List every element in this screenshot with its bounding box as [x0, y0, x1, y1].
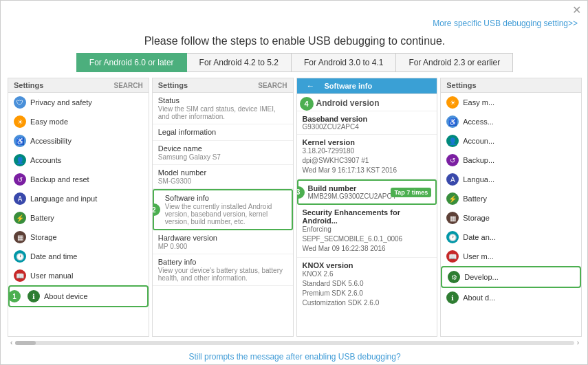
p4-battery-icon: ⚡	[446, 192, 459, 205]
accessibility-label: Accessibility	[30, 137, 72, 145]
android-version-label: Android version	[316, 98, 380, 108]
p4-storage-icon: ▦	[446, 212, 459, 224]
baseband-value: G9300ZCU2APC4	[303, 123, 432, 131]
status-desc: View the SIM card status, device IMEI, a…	[158, 105, 287, 120]
p4-easymode-icon: ☀	[446, 96, 459, 109]
p4-dev-label: Develop...	[464, 273, 499, 281]
backup-label: Backup and reset	[30, 175, 89, 184]
info-devicename[interactable]: Device name Samsung Galaxy S7	[153, 141, 293, 165]
privacy-icon: 🛡	[14, 96, 26, 109]
info-status[interactable]: Status View the SIM card status, device …	[153, 93, 293, 124]
info-softwareinfo[interactable]: 2 Software info View the currently insta…	[153, 189, 293, 230]
battery-icon: ⚡	[14, 212, 26, 224]
panel2-search[interactable]: SEARCH	[258, 82, 287, 89]
security-value: EnforcingSEPF_SECMOBILE_6.0.1_0006Wed Ma…	[303, 225, 432, 254]
language-label: Language and input	[30, 195, 97, 203]
info-modelnumber[interactable]: Model number SM-G9300	[153, 165, 293, 189]
more-specific-link[interactable]: More specific USB debugging setting>>	[433, 19, 578, 28]
knox-value: KNOX 2.6Standard SDK 5.6.0Premium SDK 2.…	[303, 269, 432, 308]
title-bar: ✕	[1, 1, 588, 17]
softwareinfo-title: Software info	[160, 194, 286, 202]
security-row: Security Enhancements for Android... Enf…	[297, 205, 437, 258]
battery-label: Battery	[30, 214, 54, 222]
panel4-developer[interactable]: ⚙ Develop...	[441, 266, 581, 288]
panel4-accounts[interactable]: 👤 Accoun...	[441, 131, 581, 151]
panel1-search[interactable]: SEARCH	[114, 82, 143, 89]
close-button[interactable]: ✕	[571, 5, 582, 16]
menu-item-privacy[interactable]: 🛡 Privacy and safety	[8, 93, 149, 112]
kernel-value: 3.18.20-7299180dpi@SWKHC3907 #1Wed Mar 9…	[303, 146, 432, 175]
panel4-language[interactable]: A Langua...	[441, 170, 581, 189]
menu-item-accessibility[interactable]: ♿ Accessibility	[8, 131, 149, 151]
p4-manual-label: User m...	[463, 252, 494, 261]
tab-android-23[interactable]: For Android 2.3 or earlier	[396, 53, 513, 72]
p4-accounts-icon: 👤	[446, 135, 459, 147]
scroll-track[interactable]	[15, 341, 574, 345]
easymode-label: Easy mode	[30, 118, 68, 126]
scroll-left-arrow[interactable]: ‹	[8, 339, 15, 346]
build-number-row[interactable]: 3 Build number MMB29M.G9300ZCU2APC4 Tap …	[297, 179, 437, 205]
menu-item-storage[interactable]: ▦ Storage	[8, 228, 149, 247]
panel-settings-2: Settings SEARCH Status View the SIM card…	[152, 78, 294, 337]
panel1-title: Settings	[14, 81, 43, 89]
scroll-thumb	[15, 341, 36, 345]
menu-item-accounts[interactable]: 👤 Accounts	[8, 151, 149, 170]
p4-datetime-icon: 🕐	[446, 231, 459, 243]
panel-settings-1: Settings SEARCH 🛡 Privacy and safety ☀ E…	[8, 78, 149, 337]
info-hardware[interactable]: Hardware version MP 0.900	[153, 230, 293, 254]
security-title: Security Enhancements for Android...	[303, 208, 432, 225]
backup-icon: ↺	[14, 173, 26, 186]
back-arrow[interactable]: ←	[303, 81, 319, 91]
panel4-easymode[interactable]: ☀ Easy m...	[441, 93, 581, 112]
scroll-right-arrow[interactable]: ›	[574, 339, 582, 346]
tab-android-60[interactable]: For Android 6.0 or later	[76, 53, 187, 72]
step1-badge: 1	[8, 290, 21, 302]
scrollbar-area: ‹ ›	[1, 337, 588, 349]
p4-datetime-label: Date an...	[463, 233, 496, 241]
panel-softwareinfo: ← Software info 4 Android version Baseba…	[296, 78, 438, 337]
kernel-title: Kernel version	[303, 138, 432, 146]
panel4-datetime[interactable]: 🕐 Date an...	[441, 228, 581, 247]
panel4-usermanual[interactable]: 📖 User m...	[441, 247, 581, 266]
menu-item-usermanual[interactable]: 📖 User manual	[8, 266, 149, 285]
storage-icon: ▦	[14, 231, 26, 243]
menu-item-language[interactable]: A Language and input	[8, 189, 149, 208]
p4-access-icon: ♿	[446, 115, 459, 128]
usermanual-label: User manual	[30, 272, 73, 280]
easymode-icon: ☀	[14, 115, 26, 128]
knox-title: KNOX version	[303, 261, 432, 269]
datetime-label: Date and time	[30, 252, 77, 261]
panel3-content: 4 Android version Baseband version G9300…	[297, 94, 437, 336]
p4-about-icon: ℹ	[446, 291, 459, 304]
panel4-accessibility[interactable]: ♿ Access...	[441, 112, 581, 131]
panel4-battery[interactable]: ⚡ Battery	[441, 189, 581, 208]
panel4-storage[interactable]: ▦ Storage	[441, 208, 581, 228]
panel4-backup[interactable]: ↺ Backup...	[441, 151, 581, 170]
bottom-link[interactable]: Still prompts the message after enabling…	[188, 352, 400, 362]
menu-item-easymode[interactable]: ☀ Easy mode	[8, 112, 149, 131]
p4-access-label: Access...	[463, 118, 494, 126]
main-window: ✕ More specific USB debugging setting>> …	[1, 1, 588, 365]
panel4-about[interactable]: ℹ About d...	[441, 288, 581, 307]
tab-android-30[interactable]: For Android 3.0 to 4.1	[292, 53, 396, 72]
menu-item-about[interactable]: 1 ℹ About device	[8, 285, 149, 307]
info-battery[interactable]: Battery info View your device's battery …	[153, 254, 293, 286]
kernel-row: Kernel version 3.18.20-7299180dpi@SWKHC3…	[297, 135, 437, 179]
p4-easymode-label: Easy m...	[463, 98, 494, 107]
panel2-header: Settings SEARCH	[153, 78, 293, 93]
menu-item-battery[interactable]: ⚡ Battery	[8, 208, 149, 228]
tab-android-42[interactable]: For Android 4.2 to 5.2	[187, 53, 292, 72]
info-legal[interactable]: Legal information	[153, 124, 293, 141]
language-icon: A	[14, 192, 26, 205]
panel3-title: Software info	[325, 82, 373, 90]
bottom-link-container: Still prompts the message after enabling…	[1, 349, 588, 365]
accessibility-icon: ♿	[14, 135, 26, 147]
panels-area: Settings SEARCH 🛡 Privacy and safety ☀ E…	[1, 78, 588, 337]
menu-item-backup[interactable]: ↺ Backup and reset	[8, 170, 149, 189]
tabs-row: For Android 6.0 or later For Android 4.2…	[1, 53, 588, 72]
knox-row: KNOX version KNOX 2.6Standard SDK 5.6.0P…	[297, 258, 437, 311]
menu-item-datetime[interactable]: 🕐 Date and time	[8, 247, 149, 266]
about-icon: ℹ	[28, 290, 40, 302]
p4-language-label: Langua...	[463, 175, 494, 184]
baseband-row: Baseband version G9300ZCU2APC4	[297, 111, 437, 135]
